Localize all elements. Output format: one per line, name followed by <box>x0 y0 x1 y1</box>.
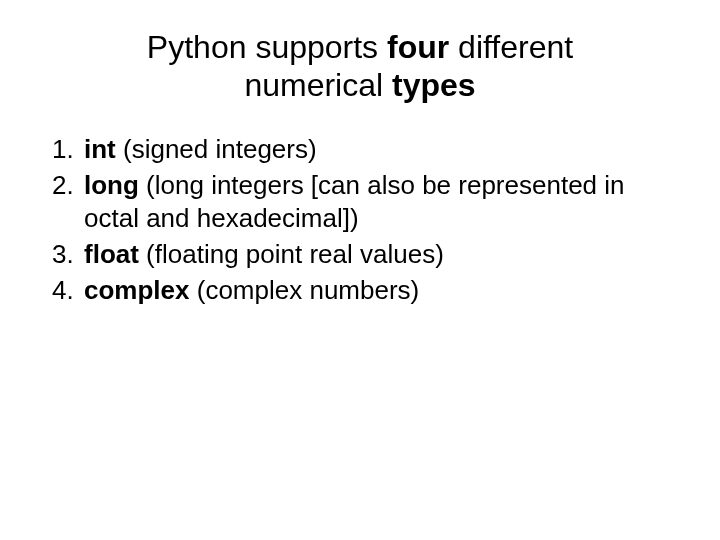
list-rest: (long integers [can also be represented … <box>84 170 625 234</box>
list-item: 3. float (floating point real values) <box>52 238 680 272</box>
list-number: 4. <box>52 274 84 308</box>
list-bold: float <box>84 239 139 269</box>
list-bold: int <box>84 134 116 164</box>
title-bold1: four <box>387 29 449 65</box>
list-text: complex (complex numbers) <box>84 274 680 308</box>
list-rest: (floating point real values) <box>139 239 444 269</box>
title-part1: Python supports <box>147 29 387 65</box>
list-item: 1. int (signed integers) <box>52 133 680 167</box>
list-number: 2. <box>52 169 84 203</box>
list-text: float (floating point real values) <box>84 238 680 272</box>
title-bold2: types <box>392 67 476 103</box>
list-number: 1. <box>52 133 84 167</box>
numbered-list: 1. int (signed integers) 2. long (long i… <box>40 133 680 308</box>
list-number: 3. <box>52 238 84 272</box>
list-bold: long <box>84 170 139 200</box>
list-rest: (complex numbers) <box>190 275 420 305</box>
list-item: 2. long (long integers [can also be repr… <box>52 169 680 237</box>
list-text: long (long integers [can also be represe… <box>84 169 680 237</box>
list-rest: (signed integers) <box>116 134 317 164</box>
slide-title: Python supports four different numerical… <box>40 28 680 105</box>
list-bold: complex <box>84 275 190 305</box>
list-text: int (signed integers) <box>84 133 680 167</box>
list-item: 4. complex (complex numbers) <box>52 274 680 308</box>
